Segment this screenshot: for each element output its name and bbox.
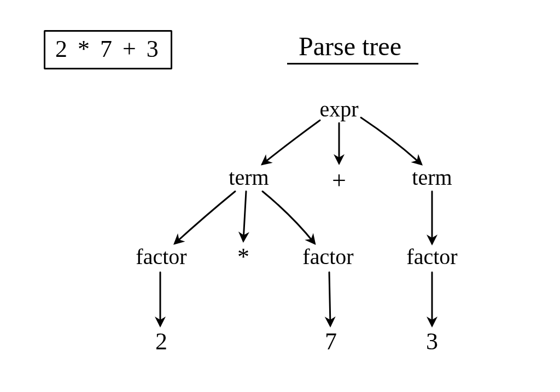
parse-tree-diagram: 2 * 7 + 3 Parse tree expr term + term fa… xyxy=(0,0,560,392)
node-leaf-2: 2 xyxy=(155,330,167,354)
node-term-left: term xyxy=(229,167,269,189)
expression-box: 2 * 7 + 3 xyxy=(44,30,172,69)
node-star: * xyxy=(237,245,249,269)
node-factor-m: factor xyxy=(302,246,353,268)
node-expr: expr xyxy=(319,98,358,120)
node-factor-l: factor xyxy=(136,246,186,268)
diagram-title: Parse tree xyxy=(299,33,401,60)
node-term-right: term xyxy=(412,167,452,189)
node-plus: + xyxy=(332,168,346,193)
node-factor-r: factor xyxy=(406,246,457,268)
node-leaf-3: 3 xyxy=(426,330,438,354)
title-underline xyxy=(287,63,418,65)
node-leaf-7: 7 xyxy=(325,330,337,354)
